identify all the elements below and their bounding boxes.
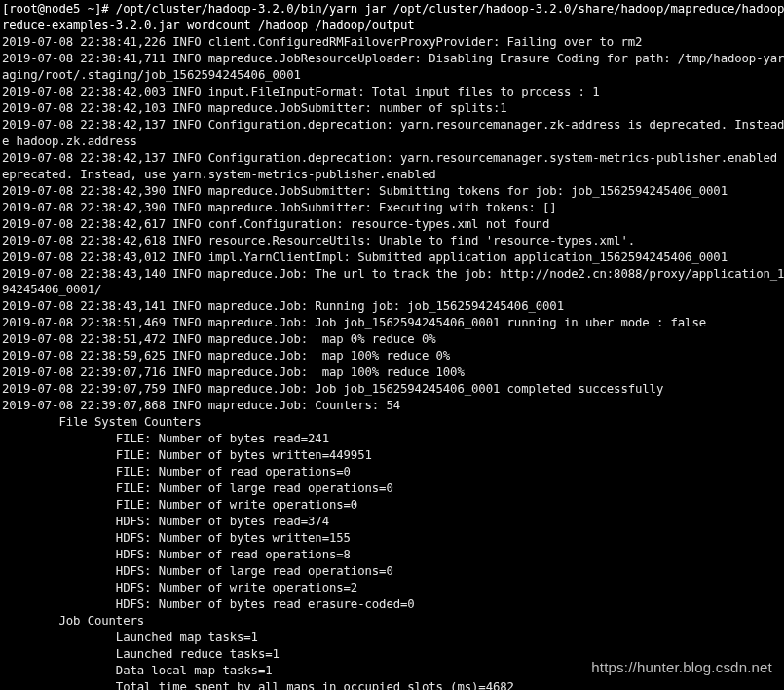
- terminal-output[interactable]: [root@node5 ~]# /opt/cluster/hadoop-3.2.…: [0, 0, 784, 690]
- shell-command: /opt/cluster/hadoop-3.2.0/bin/yarn jar /…: [116, 2, 784, 16]
- log-lines: 2019-07-08 22:38:41,226 INFO client.Conf…: [2, 34, 782, 690]
- shell-command-cont: reduce-examples-3.2.0.jar wordcount /had…: [2, 19, 415, 32]
- watermark: https://hunter.blog.csdn.net: [591, 658, 772, 678]
- shell-prompt: [root@node5 ~]#: [2, 2, 116, 16]
